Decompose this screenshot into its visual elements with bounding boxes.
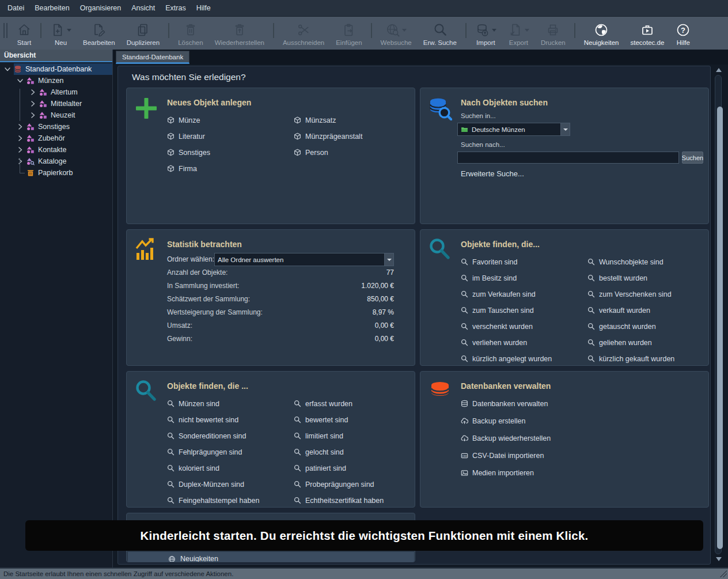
find-item[interactable]: erfasst wurden [294,398,384,409]
panel-new-object: Neues Objekt anlegen Münze Literatur Son… [126,88,415,224]
find-item[interactable]: Sondereditionen sind [167,430,259,441]
find-item[interactable]: Favoriten sind [461,256,552,267]
find-item[interactable]: Probeprägungen sind [294,479,384,490]
find-item[interactable]: limitiert sind [294,430,384,441]
restore-button[interactable]: Wiederherstellen [209,21,270,46]
search-button[interactable]: Suchen [682,152,703,164]
tree-item-mittelalter[interactable]: Mittelalter [0,98,112,109]
tree-item-sonstiges[interactable]: Sonstiges [0,121,112,133]
tree-item-muenzen[interactable]: Münzen [0,75,112,86]
help-button[interactable]: Hilfe [670,21,696,46]
chevron-right-icon[interactable] [16,123,24,131]
scrollbar-thumb[interactable] [717,107,723,549]
delete-button[interactable]: Löschen [172,21,208,46]
find-item[interactable]: geliehen wurden [587,337,674,348]
tree-item-altertum[interactable]: Altertum [0,86,112,98]
menu-extras[interactable]: Extras [160,0,191,17]
import-csv-link[interactable]: CSV-Datei importieren [461,450,551,461]
find-item[interactable]: Feingehaltstempel haben [167,495,259,506]
tree-item-standard-datenbank[interactable]: Standard-Datenbank [0,63,112,75]
find-item[interactable]: patiniert sind [294,463,384,474]
edit-button[interactable]: Bearbeiten [77,21,121,46]
new-sonstiges-link[interactable]: Sonstiges [167,147,210,158]
news-link[interactable]: Neuigkeiten [128,552,414,562]
stecotec-website-button[interactable]: stecotec.de [624,21,670,46]
dropdown-arrow-icon[interactable] [560,123,570,135]
find-item[interactable]: zum Verkaufen sind [461,289,552,300]
find-item[interactable]: kürzlich gekauft wurden [587,353,674,364]
find-item[interactable]: Wunschobjekte sind [587,256,674,267]
chevron-down-icon[interactable] [3,65,12,73]
chevron-right-icon[interactable] [16,146,24,154]
scroll-up-icon[interactable] [716,68,722,72]
search-input[interactable] [457,152,679,164]
scroll-down-icon[interactable] [716,557,722,561]
find-item[interactable]: Fehlprägungen sind [167,446,259,457]
new-button[interactable]: Neu [44,21,77,46]
tab-standard-datenbank[interactable]: Standard-Datenbank [116,51,189,64]
chevron-right-icon[interactable] [29,100,37,108]
import-media-link[interactable]: Medien importieren [461,467,551,478]
duplicate-button[interactable]: Duplizieren [121,21,166,46]
manage-databases-link[interactable]: Datenbanken verwalten [461,398,551,409]
find-item[interactable]: zum Tauschen sind [461,305,552,316]
chevron-down-icon [525,29,529,32]
start-button[interactable]: Start [11,21,37,46]
new-muenzpraegeanstalt-link[interactable]: Münzprägeanstalt [294,131,362,142]
create-backup-link[interactable]: Backup erstellen [461,415,551,426]
advanced-search-link[interactable]: Erweiterte Suche... [461,169,524,178]
print-button[interactable]: Drucken [535,21,571,46]
find-item[interactable]: verkauft wurden [587,305,674,316]
paste-button[interactable]: Einfügen [330,21,367,46]
vertical-scrollbar[interactable] [714,67,723,562]
scissors-icon [296,22,311,38]
export-button[interactable]: Export [502,21,535,46]
find-item[interactable]: nicht bewertet sind [167,414,259,425]
news-button[interactable]: Neuigkeiten [578,21,625,46]
find-item[interactable]: Duplex-Münzen sind [167,479,259,490]
chevron-right-icon[interactable] [29,88,37,96]
menu-bearbeiten[interactable]: Bearbeiten [29,0,74,17]
scrollbar-track[interactable] [715,75,722,554]
menu-datei[interactable]: Datei [2,0,29,17]
chevron-down-icon[interactable] [16,77,24,85]
find-item[interactable]: getauscht wurden [587,321,674,332]
tree-item-zubehoer[interactable]: Zubehör [0,133,112,144]
chevron-right-icon[interactable] [16,134,24,142]
cut-button[interactable]: Ausschneiden [277,21,330,46]
new-muenze-link[interactable]: Münze [167,115,210,126]
menu-organisieren[interactable]: Organisieren [75,0,127,17]
websearch-button[interactable]: Websuche [375,21,418,46]
find-item[interactable]: gelocht sind [294,446,384,457]
restore-backup-link[interactable]: Backup wiederherstellen [461,433,551,444]
new-firma-link[interactable]: Firma [167,163,210,174]
tree-item-kataloge[interactable]: Kataloge [0,156,112,167]
stats-folder-dropdown[interactable]: Alle Ordner auswerten [214,253,394,266]
menu-hilfe[interactable]: Hilfe [191,0,216,17]
advanced-search-button[interactable]: Erw. Suche [418,21,462,46]
find-item[interactable]: Münzen sind [167,398,259,409]
import-button[interactable]: Import [469,21,502,46]
tree-item-papierkorb[interactable]: Papierkorb [0,167,112,179]
search-folder-dropdown[interactable]: Deutsche Münzen [457,123,570,136]
find-item[interactable]: Echtheitszertifikat haben [294,495,384,506]
dropdown-arrow-icon[interactable] [384,253,393,266]
menu-ansicht[interactable]: Ansicht [126,0,160,17]
find-item[interactable]: bestellt wurden [587,273,674,283]
chevron-right-icon[interactable] [29,111,37,119]
find-item[interactable]: verliehen wurden [461,337,552,348]
find-item[interactable]: im Besitz sind [461,273,552,283]
tree-item-kontakte[interactable]: Kontakte [0,144,112,156]
toolbar-drag-handle[interactable] [3,23,7,38]
resize-grip-icon[interactable] [720,570,727,577]
new-muenzsatz-link[interactable]: Münzsatz [294,115,362,126]
tree-item-neuzeit[interactable]: Neuzeit [0,109,112,121]
find-item[interactable]: bewertet sind [294,414,384,425]
find-item[interactable]: verschenkt wurden [461,321,552,332]
find-item[interactable]: zum Verschenken sind [587,289,674,300]
stat-row: Wertsteigerung der Sammlung:8,97 % [167,305,394,319]
find-item[interactable]: koloriert sind [167,463,259,474]
new-literatur-link[interactable]: Literatur [167,131,210,142]
new-person-link[interactable]: Person [294,147,362,158]
find-item[interactable]: kürzlich angelegt wurden [461,353,552,364]
